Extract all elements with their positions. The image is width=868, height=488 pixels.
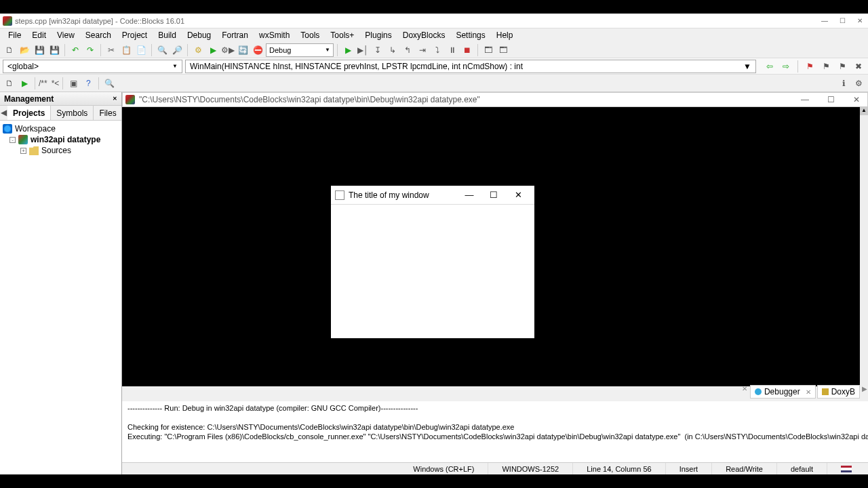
copy-icon[interactable]: 📋	[119, 43, 133, 57]
aux-tab-close-icon[interactable]: ✕	[741, 385, 749, 399]
step-into-icon[interactable]: ↳	[386, 43, 399, 57]
console-close-button[interactable]: ✕	[848, 94, 865, 105]
console-titlebar[interactable]: "C:\Users\NSTY\Documents\CodeBlocks\win3…	[122, 92, 868, 107]
console-title-text: "C:\Users\NSTY\Documents\CodeBlocks\win3…	[139, 95, 797, 104]
doxy-run-icon[interactable]: ▣	[66, 77, 80, 90]
select-target-icon[interactable]: 🗋	[3, 77, 16, 90]
menu-project[interactable]: Project	[117, 29, 153, 41]
bookmark-next-icon[interactable]: ⚑	[835, 60, 849, 73]
console-scrollbar[interactable]: ▲	[860, 107, 868, 386]
new-file-icon[interactable]: 🗋	[3, 43, 16, 57]
tab-scroll-left-icon[interactable]: ◀	[0, 106, 7, 119]
build-log-panel[interactable]: -------------- Run: Debug in win32api da…	[122, 401, 868, 462]
jump-forward-icon[interactable]: ⇨	[779, 60, 793, 73]
scroll-up-icon[interactable]: ▲	[860, 107, 868, 115]
replace-icon[interactable]: 🔎	[170, 43, 184, 57]
next-instruction-icon[interactable]: ⇥	[416, 43, 429, 57]
menu-toolsplus[interactable]: Tools+	[325, 29, 359, 41]
run-target-icon[interactable]: ▶	[18, 77, 31, 90]
maximize-button[interactable]: ☐	[837, 16, 848, 26]
bookmark-toggle-icon[interactable]: ⚑	[803, 60, 816, 73]
menu-build[interactable]: Build	[153, 29, 182, 41]
sample-maximize-button[interactable]: ☐	[481, 186, 506, 204]
scope-dropdown[interactable]: <global> ▼	[3, 60, 182, 73]
expander-icon[interactable]: -	[9, 137, 16, 143]
run-icon[interactable]: ▶	[206, 43, 220, 57]
sample-app-window[interactable]: The title of my window — ☐ ✕	[331, 186, 534, 338]
workspace-icon	[3, 124, 12, 134]
minimize-button[interactable]: —	[819, 16, 830, 26]
console-maximize-button[interactable]: ☐	[823, 94, 839, 105]
bookmark-prev-icon[interactable]: ⚑	[819, 60, 833, 73]
main-area: Management ✕ ◀ Projects Symbols Files ▶ …	[0, 92, 868, 474]
gear-icon[interactable]: ⚙	[852, 77, 865, 90]
close-icon[interactable]: ✕	[806, 388, 811, 396]
close-button[interactable]: ✕	[854, 16, 865, 26]
open-file-icon[interactable]: 📂	[18, 43, 31, 57]
jump-back-icon[interactable]: ⇦	[763, 60, 776, 73]
menu-view[interactable]: View	[52, 29, 80, 41]
menu-fortran[interactable]: Fortran	[216, 29, 254, 41]
doxy-help-icon[interactable]: ?	[81, 77, 95, 90]
redo-icon[interactable]: ↷	[83, 43, 97, 57]
symbol-dropdown[interactable]: WinMain(HINSTANCE hInst, HINSTANCE prevh…	[185, 60, 756, 73]
aux-tab-scroll-icon[interactable]: ▶	[861, 385, 868, 399]
debug-continue-icon[interactable]: ▶	[341, 43, 355, 57]
tab-symbols[interactable]: Symbols	[51, 106, 94, 120]
sample-titlebar[interactable]: The title of my window — ☐ ✕	[331, 186, 534, 205]
tree-project[interactable]: - win32api datatype	[3, 134, 119, 145]
debugging-windows-icon[interactable]: 🗔	[481, 43, 495, 57]
menu-doxyblocks[interactable]: DoxyBlocks	[397, 29, 451, 41]
cut-icon[interactable]: ✂	[104, 43, 118, 57]
step-into-instruction-icon[interactable]: ⤵	[431, 43, 444, 57]
break-debugger-icon[interactable]: ⏸	[446, 43, 459, 57]
build-icon[interactable]: ⚙	[191, 43, 205, 57]
menu-wxsmith[interactable]: wxSmith	[254, 29, 295, 41]
tab-projects[interactable]: Projects	[7, 106, 51, 120]
build-run-icon[interactable]: ⚙▶	[221, 43, 235, 57]
tree-sources[interactable]: + Sources	[3, 145, 119, 156]
build-target-dropdown[interactable]: Debug ▼	[266, 43, 334, 57]
abort-icon[interactable]: ⛔	[251, 43, 264, 57]
menu-tools[interactable]: Tools	[295, 29, 325, 41]
build-target-value: Debug	[269, 46, 291, 54]
console-body: The title of my window — ☐ ✕	[122, 107, 860, 386]
bookmark-clear-icon[interactable]: ✖	[852, 60, 865, 73]
tree-workspace[interactable]: Workspace	[3, 123, 119, 134]
paste-icon[interactable]: 📄	[134, 43, 148, 57]
status-eol: Windows (CR+LF)	[399, 463, 488, 474]
menu-settings[interactable]: Settings	[450, 29, 490, 41]
search-tb-icon[interactable]: 🔍	[102, 77, 116, 90]
tab-doxy[interactable]: DoxyB	[817, 385, 860, 399]
save-all-icon[interactable]: 💾	[47, 43, 61, 57]
save-icon[interactable]: 💾	[33, 43, 46, 57]
menu-help[interactable]: Help	[491, 29, 519, 41]
log-line-2: Checking for existence: C:\Users\NSTY\Do…	[127, 423, 514, 431]
expander-icon[interactable]: +	[20, 148, 26, 154]
menu-debug[interactable]: Debug	[182, 29, 216, 41]
tab-debugger[interactable]: Debugger ✕	[750, 385, 816, 399]
menu-edit[interactable]: Edit	[26, 29, 52, 41]
workspace-label: Workspace	[15, 124, 56, 134]
step-out-icon[interactable]: ↰	[401, 43, 414, 57]
rebuild-icon[interactable]: 🔄	[236, 43, 250, 57]
next-line-icon[interactable]: ↧	[371, 43, 384, 57]
comment-token-2[interactable]: *<	[52, 79, 60, 88]
find-icon[interactable]: 🔍	[155, 43, 169, 57]
undo-icon[interactable]: ↶	[68, 43, 82, 57]
tab-files[interactable]: Files	[94, 106, 122, 120]
comment-token-1[interactable]: /**	[39, 79, 47, 88]
menu-file[interactable]: File	[3, 29, 26, 41]
console-minimize-button[interactable]: —	[797, 94, 813, 105]
info-icon[interactable]: ℹ	[837, 77, 850, 90]
sample-minimize-button[interactable]: —	[457, 186, 481, 204]
management-header[interactable]: Management ✕	[0, 92, 121, 106]
sample-close-button[interactable]: ✕	[506, 186, 530, 204]
run-to-cursor-icon[interactable]: ▶│	[356, 43, 370, 57]
stop-debugger-icon[interactable]: ⏹	[460, 43, 474, 57]
menu-search[interactable]: Search	[80, 29, 117, 41]
language-flag-icon[interactable]	[841, 466, 852, 472]
management-title: Management	[4, 94, 54, 104]
menu-plugins[interactable]: Plugins	[359, 29, 397, 41]
various-info-icon[interactable]: 🗔	[496, 43, 510, 57]
